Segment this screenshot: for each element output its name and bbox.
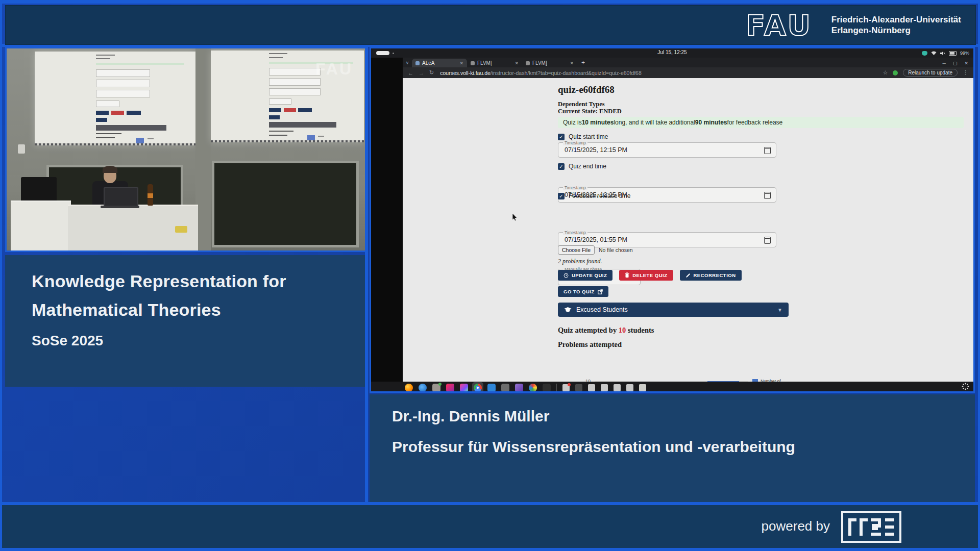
tab-flvm-1[interactable]: FLVM| ✕ [467,59,522,67]
update-quiz-button[interactable]: UPDATE QUIZ [558,270,612,281]
mini-screen-shape [269,88,321,96]
course-title-line2: Mathematical Theories [32,300,221,320]
trash-icon[interactable] [639,384,646,391]
tab-search-caret-icon[interactable]: ∨ [403,59,412,67]
mini-screen-shape [127,111,141,115]
field-label: Timestamp [563,140,587,145]
fau-logo-icon: FAU [746,12,822,38]
browser-menu-icon[interactable]: ⋮ [963,69,968,76]
problems-attempted-chart: 108Number of students [576,373,796,382]
button-label: GO TO QUIZ [564,289,595,294]
window-maximize-icon[interactable]: ▢ [953,61,958,66]
quiz-start-time-field[interactable]: Timestamp 07/15/2025, 12:15 PM [558,142,776,158]
tab-label: FLVM] [532,60,547,66]
course-title-panel: Knowledge Representation for Mathematica… [5,255,366,387]
footer-bar: powered by [2,505,978,548]
excused-students-accordion[interactable]: Excused Students ▼ [558,303,789,317]
jetbrains-ide-icon[interactable] [446,384,454,392]
new-tab-button[interactable]: + [581,59,585,67]
running-indicator [477,392,479,393]
button-label: RECORRECTION [694,272,736,278]
window-3-icon[interactable] [588,384,595,391]
weather-tray-icon[interactable] [922,51,927,56]
forward-icon[interactable]: → [419,70,424,76]
lecturer-panel: Dr.-Ing. Dennis Müller Professur für Wis… [370,394,975,503]
window-close-icon[interactable]: ✕ [964,61,968,66]
lecture-video[interactable]: FAU [5,47,366,252]
mini-screen-shape [269,115,280,119]
mini-screen-shape [269,135,287,136]
window-5-icon[interactable] [614,384,621,391]
projector-screen-left [35,52,195,145]
alea-favicon [415,61,420,65]
go-to-quiz-button[interactable]: GO TO QUIZ [558,286,608,297]
battery-percent: 99% [960,51,969,56]
vscode-icon[interactable] [487,384,496,392]
window-6-icon[interactable] [626,384,633,391]
calendar-icon[interactable] [764,147,771,154]
chrome-icon[interactable] [474,384,482,392]
back-icon[interactable]: ← [408,70,413,76]
quiz-title: quiz-e60fdf68 [558,84,615,95]
bookmark-star-icon[interactable]: ☆ [883,69,888,76]
window-4-icon[interactable] [601,384,608,391]
address-bar[interactable]: courses.voll-ki.fau.de/instructor-dash/k… [440,70,642,76]
fau-logo: FAU Friedrich-Alexander-Universität Erla… [746,12,961,38]
screenshot-tool-icon[interactable] [460,384,468,392]
extension-icon[interactable] [893,70,898,76]
mini-screen-shape [148,138,154,139]
mini-screen-shape [96,63,184,65]
feedback-release-checkbox[interactable]: ✓ [558,193,565,199]
dimmed-app-icon[interactable] [543,384,551,392]
laptop-base [101,206,139,208]
url-domain: courses.voll-ki.fau.de [440,70,491,76]
show-applications-icon[interactable] [962,383,969,390]
mini-screen-shape [111,111,124,115]
choose-file-button[interactable]: Choose File [558,245,595,255]
wifi-icon [931,51,937,56]
mini-screen-shape [284,108,296,112]
tab-close-icon[interactable]: ✕ [570,61,574,66]
window-1-icon[interactable] [562,384,570,391]
attempted-summary: Quiz attempted by 10 students [558,326,654,335]
mini-screen-shape [96,55,115,56]
mini-screen-shape [269,131,293,132]
delete-quiz-button[interactable]: DELETE QUIZ [619,270,673,281]
mini-screen-shape [269,68,321,76]
mini-screen-shape [269,122,336,128]
files-icon[interactable] [432,384,440,392]
tiling-app-icon[interactable] [501,384,509,392]
tab-close-icon[interactable]: ✕ [459,61,463,66]
system-clock[interactable]: Jul 15, 12:25 [371,49,973,55]
feedback-release-label: Feedback release time [569,192,630,199]
firefox-icon[interactable] [405,384,413,392]
relaunch-to-update-button[interactable]: Relaunch to update [903,69,958,77]
thunderbird-icon[interactable] [419,384,427,392]
tab-alea[interactable]: ALeA ✕ [412,59,467,67]
reload-icon[interactable]: ↻ [429,69,434,76]
course-semester: SoSe 2025 [32,333,103,349]
laptop-screen [104,187,138,208]
course-title: Knowledge Representation for [32,271,286,291]
color-wheel-app-icon[interactable] [529,384,537,392]
mini-screen-shape [96,101,119,107]
recorrection-button[interactable]: RECORRECTION [680,270,742,281]
system-top-bar: Jul 15, 12:25 99% [371,48,973,58]
window-minimize-icon[interactable]: ─ [943,61,946,66]
tab-close-icon[interactable]: ✕ [514,61,519,66]
calendar-icon[interactable] [764,192,771,199]
clock-icon [564,273,569,278]
purple-app-icon[interactable] [515,384,523,392]
system-tray[interactable]: 99% [922,49,969,57]
tab-flvm-2[interactable]: FLVM] ✕ [522,59,577,67]
lecturer-name: Dr.-Ing. Dennis Müller [392,408,549,425]
mini-screen-shape [269,98,291,105]
column-divider [365,47,368,502]
calendar-icon[interactable] [764,237,771,244]
quiz-course-label: Dependent Types [558,101,605,108]
window-2-icon[interactable] [575,384,582,391]
quiz-end-checkbox[interactable]: ✓ [558,163,565,170]
flvm-favicon [526,61,530,65]
mini-screen-shape [298,108,312,112]
quiz-start-checkbox[interactable]: ✓ [558,134,565,140]
